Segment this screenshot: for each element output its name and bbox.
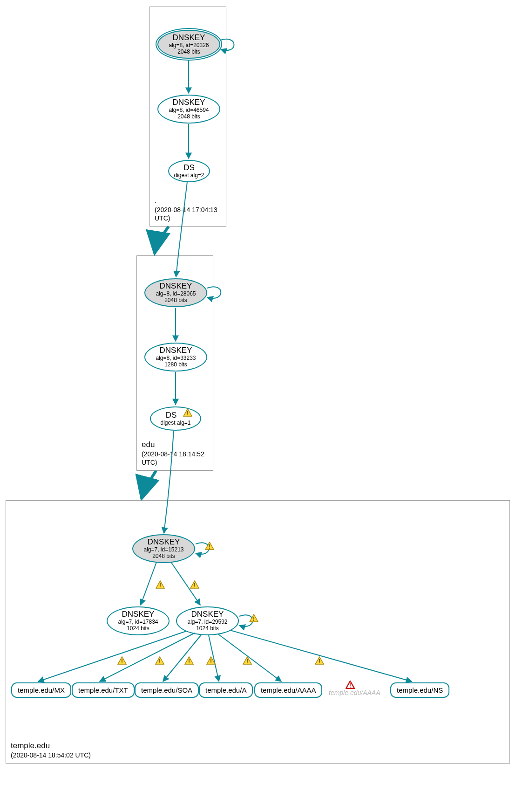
- zone-temple-time: (2020-08-14 18:54:02 UTC): [11, 751, 91, 759]
- node-temple-zsk1-meta1: alg=7, id=17834: [118, 619, 158, 626]
- node-temple-zsk1[interactable]: DNSKEY alg=7, id=17834 1024 bits: [107, 606, 170, 635]
- node-temple-zsk2-title: DNSKEY: [191, 610, 224, 619]
- zone-edu-name: edu: [142, 440, 213, 450]
- node-rr-a-label: temple.edu/A: [205, 686, 246, 694]
- node-temple-zsk1-meta2: 1024 bits: [127, 626, 149, 632]
- node-edu-ksk[interactable]: DNSKEY alg=8, id=28065 2048 bits: [144, 278, 207, 307]
- node-root-zsk[interactable]: DNSKEY alg=8, id=46594 2048 bits: [157, 95, 220, 124]
- node-rr-txt-label: temple.edu/TXT: [78, 686, 128, 694]
- node-root-zsk-meta2: 2048 bits: [177, 114, 200, 120]
- node-rr-aaaa-grey[interactable]: temple.edu/AAAA: [329, 689, 380, 696]
- node-edu-ksk-meta2: 2048 bits: [164, 297, 187, 304]
- node-rr-aaaa[interactable]: temple.edu/AAAA: [254, 682, 322, 698]
- zone-root-name: .: [155, 195, 226, 206]
- node-rr-soa-label: temple.edu/SOA: [141, 686, 192, 694]
- node-edu-ksk-title: DNSKEY: [160, 282, 192, 291]
- node-edu-zsk-title: DNSKEY: [160, 346, 192, 355]
- node-rr-ns[interactable]: temple.edu/NS: [390, 682, 449, 698]
- node-root-zsk-meta1: alg=8, id=46594: [169, 107, 209, 114]
- node-rr-soa[interactable]: temple.edu/SOA: [135, 682, 199, 698]
- node-temple-ksk-meta1: alg=7, id=15213: [143, 547, 183, 553]
- node-edu-ds[interactable]: DS digest alg=1: [150, 406, 201, 431]
- node-root-ksk[interactable]: DNSKEY alg=8, id=20326 2048 bits: [157, 30, 220, 59]
- node-rr-aaaa-grey-label: temple.edu/AAAA: [329, 689, 380, 696]
- node-temple-zsk2-meta2: 1024 bits: [196, 626, 219, 632]
- zone-root-time: (2020-08-14 17:04:13 UTC): [155, 206, 226, 222]
- zone-temple: temple.edu (2020-08-14 18:54:02 UTC): [6, 500, 510, 764]
- node-root-zsk-title: DNSKEY: [173, 98, 205, 107]
- node-root-ksk-title: DNSKEY: [173, 33, 205, 42]
- node-root-ksk-meta1: alg=8, id=20326: [169, 42, 209, 49]
- node-edu-ksk-meta1: alg=8, id=28065: [156, 291, 196, 297]
- node-edu-ds-meta1: digest alg=1: [160, 420, 190, 427]
- node-root-ksk-meta2: 2048 bits: [177, 49, 200, 55]
- node-edu-ds-title: DS: [166, 411, 186, 420]
- node-temple-ksk-meta2: 2048 bits: [152, 553, 175, 560]
- node-edu-zsk-meta2: 1280 bits: [164, 362, 187, 368]
- zone-root-label: . (2020-08-14 17:04:13 UTC): [155, 195, 226, 222]
- node-root-ds-meta1: digest alg=2: [174, 172, 204, 179]
- node-temple-ksk-title: DNSKEY: [148, 537, 180, 547]
- node-edu-zsk[interactable]: DNSKEY alg=8, id=33233 1280 bits: [144, 343, 207, 372]
- node-rr-ns-label: temple.edu/NS: [397, 686, 443, 694]
- zone-temple-label: temple.edu (2020-08-14 18:54:02 UTC): [11, 741, 91, 759]
- node-temple-zsk2-meta1: alg=7, id=29592: [187, 619, 227, 626]
- node-rr-mx-label: temple.edu/MX: [18, 686, 65, 694]
- node-rr-mx[interactable]: temple.edu/MX: [11, 682, 71, 698]
- zone-edu-time: (2020-08-14 18:14:52 UTC): [142, 450, 213, 467]
- node-root-ds[interactable]: DS digest alg=2: [168, 160, 210, 182]
- node-temple-zsk1-title: DNSKEY: [122, 610, 155, 619]
- node-rr-txt[interactable]: temple.edu/TXT: [72, 682, 135, 698]
- zone-temple-name: temple.edu: [11, 741, 91, 751]
- node-rr-aaaa-label: temple.edu/AAAA: [261, 686, 316, 694]
- node-root-ds-title: DS: [183, 163, 195, 172]
- node-temple-ksk[interactable]: DNSKEY alg=7, id=15213 2048 bits: [132, 534, 195, 563]
- node-edu-zsk-meta1: alg=8, id=33233: [156, 355, 196, 362]
- node-rr-a[interactable]: temple.edu/A: [199, 682, 253, 698]
- zone-edu-label: edu (2020-08-14 18:14:52 UTC): [142, 440, 213, 467]
- node-temple-zsk2[interactable]: DNSKEY alg=7, id=29592 1024 bits: [176, 606, 239, 635]
